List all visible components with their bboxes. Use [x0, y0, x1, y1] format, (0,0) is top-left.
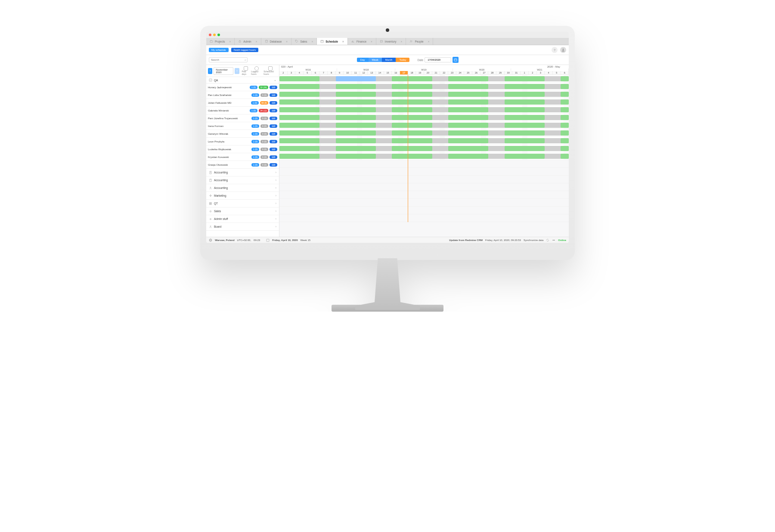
- schedule-bar[interactable]: [561, 76, 569, 81]
- schedule-bar[interactable]: [279, 115, 319, 120]
- day-header[interactable]: 26: [472, 71, 480, 74]
- schedule-bar[interactable]: [392, 107, 432, 112]
- close-icon[interactable]: ×: [311, 40, 313, 43]
- day-header[interactable]: 28: [488, 71, 496, 74]
- tab-admin[interactable]: Admin×: [235, 38, 261, 45]
- employee-row[interactable]: Julian Falkowski MD1 (0)88 (8)168: [206, 99, 279, 107]
- day-header[interactable]: 22: [440, 71, 448, 74]
- minimize-window[interactable]: [213, 34, 216, 36]
- day-header[interactable]: 15: [384, 71, 392, 74]
- day-header[interactable]: 5: [553, 71, 561, 74]
- schedule-bar[interactable]: [392, 146, 432, 151]
- day-header[interactable]: 23: [448, 71, 456, 74]
- schedule-bar[interactable]: [279, 130, 319, 136]
- employee-row[interactable]: Leon Przybyła1 (0)0 (0)168: [206, 138, 279, 145]
- category-sales[interactable]: Sales›: [206, 207, 279, 215]
- schedule-bar[interactable]: [279, 123, 319, 128]
- close-icon[interactable]: ×: [256, 40, 257, 43]
- schedule-bar[interactable]: [336, 138, 376, 143]
- day-header[interactable]: 9: [336, 71, 344, 74]
- employee-row[interactable]: Gracja Olszewski1 (0)0 (0)168: [206, 161, 279, 169]
- schedule-bar[interactable]: [561, 84, 569, 89]
- schedule-bar[interactable]: [505, 107, 545, 112]
- gantt-row[interactable]: [279, 129, 569, 137]
- employee-row[interactable]: Horacy Jędrzejewski1 (0)32 (26)168: [206, 84, 279, 91]
- day-header[interactable]: 17: [400, 71, 408, 74]
- schedule-bar[interactable]: [336, 130, 376, 136]
- close-icon[interactable]: ×: [229, 40, 231, 43]
- day-header[interactable]: 25: [464, 71, 472, 74]
- seg-week[interactable]: Week: [369, 58, 382, 62]
- gantt-row[interactable]: [279, 83, 569, 90]
- schedule-bar[interactable]: [279, 76, 319, 81]
- day-header[interactable]: 11: [352, 71, 360, 74]
- schedule-bar[interactable]: [336, 107, 376, 112]
- close-icon[interactable]: ×: [286, 40, 288, 43]
- day-header[interactable]: 31: [512, 71, 521, 74]
- schedule-bar[interactable]: [448, 154, 488, 159]
- day-header[interactable]: 1: [521, 71, 529, 74]
- gantt-row[interactable]: [279, 90, 569, 98]
- schedule-bar[interactable]: [505, 76, 545, 81]
- day-header[interactable]: 10: [344, 71, 352, 74]
- day-header[interactable]: 18: [408, 71, 416, 74]
- schedule-bar[interactable]: [279, 138, 319, 143]
- schedule-bar[interactable]: [448, 107, 488, 112]
- schedule-bar[interactable]: [561, 138, 569, 143]
- day-header[interactable]: 29: [496, 71, 505, 74]
- employee-row[interactable]: Pan Lidia Szafrański1 (0)0 (0)168: [206, 91, 279, 99]
- category-admin-stuff[interactable]: Admin stuff›: [206, 215, 279, 223]
- day-header[interactable]: 6: [312, 71, 320, 74]
- schedule-bar[interactable]: [505, 146, 545, 151]
- schedule-bar[interactable]: [279, 107, 319, 112]
- employee-row[interactable]: Irena Furman1 (0)0 (0)168: [206, 122, 279, 130]
- day-header[interactable]: 20: [424, 71, 432, 74]
- schedule-bar[interactable]: [448, 84, 488, 89]
- day-header[interactable]: 19: [416, 71, 424, 74]
- seg-day[interactable]: Day: [357, 58, 369, 62]
- schedule-bar[interactable]: [561, 130, 569, 136]
- schedule-bar[interactable]: [448, 146, 488, 151]
- schedule-bar[interactable]: [505, 123, 545, 128]
- schedule-bar[interactable]: [336, 99, 376, 105]
- schedule-bar[interactable]: [392, 92, 432, 97]
- category-board[interactable]: Board›: [206, 223, 279, 231]
- schedule-bar[interactable]: [279, 99, 319, 105]
- schedule-bar[interactable]: [279, 154, 319, 159]
- gantt-row[interactable]: [279, 152, 569, 160]
- day-header[interactable]: 4: [295, 71, 304, 74]
- schedule-bar[interactable]: [336, 154, 376, 159]
- schedule-bar[interactable]: [392, 115, 432, 120]
- close-icon[interactable]: ×: [371, 40, 372, 43]
- schedule-bar[interactable]: [336, 84, 376, 89]
- schedule-bar[interactable]: [448, 99, 488, 105]
- day-header[interactable]: 16: [392, 71, 400, 74]
- schedule-bar[interactable]: [561, 154, 569, 159]
- tab-schedule[interactable]: Schedule×: [317, 38, 348, 45]
- schedule-bar[interactable]: [279, 84, 319, 89]
- employee-row[interactable]: Krystian Kosowski1 (0)0 (0)168: [206, 153, 279, 161]
- schedule-bar[interactable]: [561, 146, 569, 151]
- schedule-bar[interactable]: [448, 76, 488, 81]
- day-header[interactable]: 12: [360, 71, 368, 74]
- day-header[interactable]: 21: [432, 71, 440, 74]
- schedule-bar[interactable]: [336, 146, 376, 151]
- category-accounting[interactable]: Accounting›: [206, 176, 279, 184]
- schedule-bar[interactable]: [505, 154, 545, 159]
- help-icon[interactable]: ?: [552, 47, 558, 53]
- schedule-bar[interactable]: [448, 130, 488, 136]
- schedule-bar[interactable]: [336, 76, 376, 81]
- schedule-bar[interactable]: [392, 154, 432, 159]
- schedule-bar[interactable]: [561, 123, 569, 128]
- employee-row[interactable]: Ludwika Wojtkowiak1 (0)0 (0)168: [206, 145, 279, 153]
- calendar-picker-icon[interactable]: [453, 57, 459, 63]
- date-input[interactable]: [425, 57, 451, 62]
- schedule-bar[interactable]: [392, 138, 432, 143]
- month-selector[interactable]: November 2020: [214, 67, 233, 75]
- search-input[interactable]: [209, 57, 248, 62]
- schedule-bar[interactable]: [448, 123, 488, 128]
- category-accounting[interactable]: Accounting›: [206, 169, 279, 176]
- day-header[interactable]: 3: [537, 71, 545, 74]
- gantt-row[interactable]: [279, 98, 569, 106]
- next-month[interactable]: ›: [235, 68, 239, 74]
